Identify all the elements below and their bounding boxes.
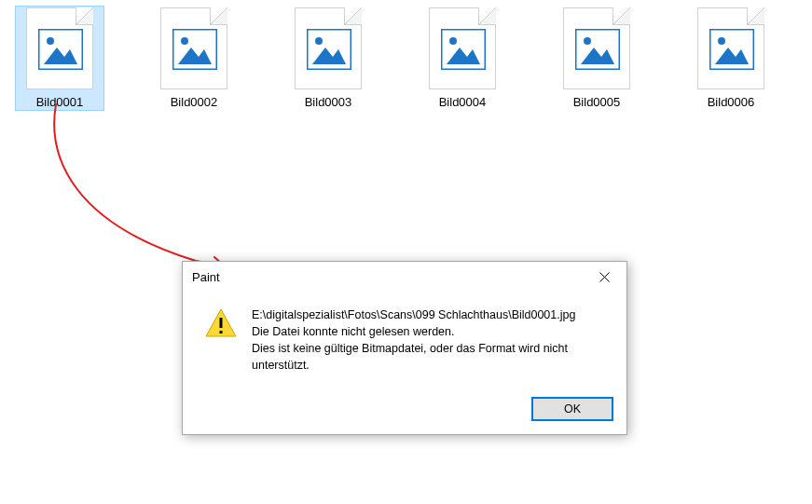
file-item[interactable]: Bild0006 [686, 6, 776, 111]
file-item[interactable]: Bild0005 [552, 6, 641, 111]
dialog-path: E:\digitalspezialist\Fotos\Scans\099 Sch… [252, 306, 608, 323]
svg-marker-8 [312, 48, 346, 64]
picture-icon [307, 29, 351, 70]
picture-icon [38, 29, 83, 70]
svg-rect-20 [220, 331, 223, 334]
file-label: Bild0006 [708, 95, 755, 109]
close-icon [599, 272, 610, 282]
dialog-line1: Die Datei konnte nicht gelesen werden. [252, 323, 608, 340]
file-label: Bild0005 [573, 95, 621, 109]
image-file-icon [26, 7, 93, 89]
file-item[interactable]: Bild0003 [283, 6, 373, 111]
dialog-buttons: OK [183, 388, 626, 434]
image-file-icon [697, 7, 764, 89]
file-label: Bild0002 [171, 95, 218, 109]
svg-point-1 [47, 37, 54, 45]
dialog-line2: Dies ist keine gültige Bitmapdatei, oder… [252, 340, 608, 374]
svg-marker-17 [715, 48, 749, 64]
svg-point-10 [449, 37, 457, 45]
svg-marker-14 [581, 48, 614, 64]
ok-button[interactable]: OK [531, 397, 613, 421]
image-file-icon [563, 7, 630, 89]
warning-icon [205, 308, 237, 375]
svg-point-7 [315, 37, 323, 45]
svg-point-4 [181, 37, 188, 45]
dialog-body: E:\digitalspezialist\Fotos\Scans\099 Sch… [183, 292, 626, 388]
svg-point-16 [718, 37, 725, 45]
error-dialog: Paint E:\digitalspezialist\Fotos\Scans\0… [182, 261, 627, 435]
image-file-icon [160, 7, 227, 89]
picture-icon [709, 29, 754, 70]
picture-icon [441, 29, 486, 70]
dialog-titlebar[interactable]: Paint [183, 262, 626, 292]
file-label: Bild0004 [439, 95, 487, 109]
svg-marker-5 [178, 48, 212, 64]
file-item[interactable]: Bild0001 [15, 6, 104, 111]
file-item[interactable]: Bild0002 [149, 6, 239, 111]
annotation-arrow [28, 102, 252, 279]
close-button[interactable] [584, 263, 625, 291]
svg-rect-19 [220, 318, 223, 328]
image-file-icon [295, 7, 362, 89]
file-item[interactable]: Bild0004 [418, 6, 507, 111]
file-label: Bild0001 [36, 95, 84, 109]
svg-marker-11 [447, 48, 480, 64]
svg-point-13 [584, 37, 591, 45]
file-grid: Bild0001 Bild0002 Bild0003 [0, 0, 812, 116]
dialog-message: E:\digitalspezialist\Fotos\Scans\099 Sch… [252, 306, 608, 375]
picture-icon [172, 29, 217, 70]
dialog-title: Paint [192, 270, 220, 284]
svg-marker-2 [44, 48, 77, 64]
picture-icon [575, 29, 620, 70]
image-file-icon [429, 7, 496, 89]
file-label: Bild0003 [305, 95, 352, 109]
